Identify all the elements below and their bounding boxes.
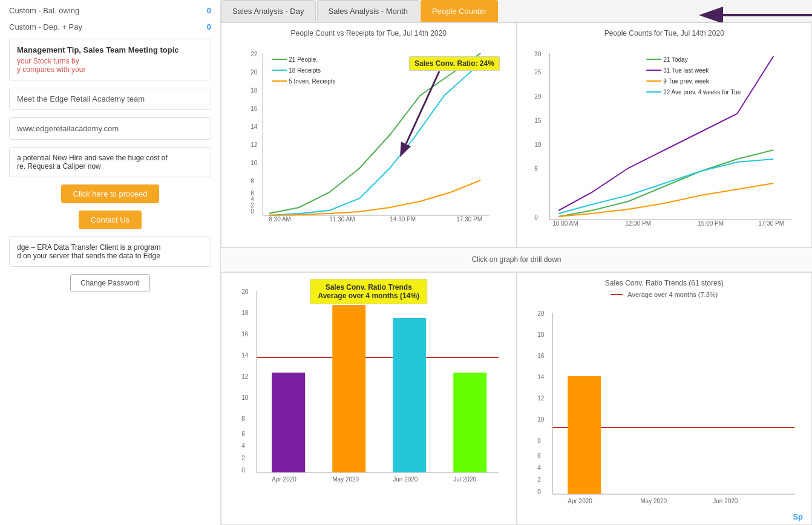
- chart-top-left[interactable]: People Count vs Receipts for Tue, Jul 14…: [221, 22, 517, 247]
- tooltip-text: Sales Conv. Ratio: 24%: [414, 59, 494, 68]
- svg-text:14: 14: [250, 123, 258, 130]
- svg-rect-65: [393, 318, 426, 472]
- svg-text:17:30 PM: 17:30 PM: [758, 220, 784, 227]
- svg-text:8: 8: [250, 178, 254, 184]
- svg-text:17:30 PM: 17:30 PM: [456, 216, 482, 223]
- svg-text:6: 6: [537, 452, 541, 459]
- svg-text:21 Today: 21 Today: [663, 56, 687, 63]
- svg-text:16: 16: [537, 353, 545, 359]
- custom-bal-row: Custom - Bal. owing 0: [9, 6, 211, 15]
- svg-text:Jul 2020: Jul 2020: [453, 476, 476, 483]
- svg-text:22: 22: [250, 51, 258, 57]
- svg-text:15:00 PM: 15:00 PM: [698, 220, 724, 227]
- sp-text: Sp: [793, 512, 803, 521]
- svg-text:8: 8: [241, 416, 245, 422]
- custom-dep-label: Custom - Dep. + Pay: [9, 22, 82, 31]
- svg-text:Apr 2020: Apr 2020: [568, 498, 592, 504]
- svg-text:10: 10: [534, 142, 542, 148]
- custom-bal-label: Custom - Bal. owing: [9, 6, 79, 15]
- chart-bottom-left[interactable]: Sales Conv. Ratio Trends Average over 4 …: [221, 272, 517, 525]
- era-text2: d on your server that sends the data to …: [17, 252, 203, 260]
- svg-text:0: 0: [250, 208, 254, 215]
- svg-text:6: 6: [241, 431, 245, 437]
- svg-text:18: 18: [241, 310, 249, 316]
- svg-text:25: 25: [534, 69, 542, 76]
- svg-rect-64: [332, 305, 365, 472]
- bottom-left-label-box: Sales Conv. Ratio Trends Average over 4 …: [310, 279, 427, 304]
- management-tip-title: Management Tip, Sales Team Meeting topic: [17, 45, 203, 54]
- svg-text:30: 30: [534, 51, 542, 57]
- svg-text:18 Receipts: 18 Receipts: [289, 67, 321, 74]
- svg-text:20: 20: [250, 69, 258, 76]
- management-tip-sub1: your Stock turns by: [17, 57, 203, 65]
- svg-text:May 2020: May 2020: [640, 498, 667, 504]
- website-text: www.edgeretailacademy.com: [17, 124, 119, 133]
- svg-text:11:30 AM: 11:30 AM: [329, 216, 355, 223]
- era-text1: dge – ERA Data Transfer Client is a prog…: [17, 243, 203, 252]
- svg-text:20: 20: [537, 310, 545, 317]
- svg-text:10: 10: [537, 416, 545, 423]
- svg-text:10: 10: [250, 160, 258, 166]
- svg-text:12:30 PM: 12:30 PM: [625, 220, 651, 227]
- tabs-bar: Sales Analysis - Day Sales Analysis - Mo…: [221, 0, 812, 22]
- management-tip-section: Management Tip, Sales Team Meeting topic…: [9, 39, 211, 80]
- svg-text:0: 0: [241, 467, 245, 474]
- management-tip-sub2: y compares with your: [17, 65, 203, 74]
- custom-dep-value: 0: [207, 22, 211, 31]
- chart-bottom-right-title: Sales Conv. Ratio Trends (61 stores): [523, 279, 806, 287]
- svg-text:16: 16: [241, 331, 249, 338]
- sidebar: Custom - Bal. owing 0 Custom - Dep. + Pa…: [0, 0, 221, 525]
- svg-text:15: 15: [534, 117, 542, 124]
- svg-text:31 Tue last week: 31 Tue last week: [663, 67, 709, 74]
- svg-text:10:00 AM: 10:00 AM: [552, 220, 578, 227]
- bottom-left-title: Sales Conv. Ratio Trends: [318, 283, 419, 292]
- chart-bottom-right[interactable]: Sales Conv. Ratio Trends (61 stores) Ave…: [517, 272, 813, 525]
- hire-section: a potential New Hire and save the huge c…: [9, 147, 211, 177]
- svg-text:2: 2: [537, 477, 541, 483]
- chart-label-bar: Click on graph for drill down: [221, 247, 812, 272]
- svg-text:22 Ave prev. 4 weeks for Tue: 22 Ave prev. 4 weeks for Tue: [663, 89, 741, 96]
- bottom-left-subtitle: Average over 4 months (14%): [318, 292, 419, 300]
- svg-text:9 Tue prev. week: 9 Tue prev. week: [663, 78, 709, 85]
- svg-text:14: 14: [537, 374, 545, 380]
- custom-dep-row: Custom - Dep. + Pay 0: [9, 22, 211, 31]
- chart-drill-label: Click on graph for drill down: [471, 255, 561, 264]
- chart-bottom-right-legend: Average over 4 months (7.3%): [523, 291, 806, 298]
- svg-text:12: 12: [537, 395, 545, 402]
- sp-link[interactable]: Sp: [793, 511, 803, 522]
- svg-text:2: 2: [241, 455, 245, 461]
- tooltip-sales-conv: Sales Conv. Ratio: 24%: [409, 56, 500, 71]
- svg-text:10: 10: [241, 394, 249, 401]
- chart-bottom-right-subtitle: Average over 4 months (7.3%): [627, 291, 718, 298]
- svg-text:0: 0: [537, 489, 541, 495]
- charts-area: People Count vs Receipts for Tue, Jul 14…: [221, 22, 812, 525]
- svg-rect-66: [453, 373, 486, 472]
- svg-rect-86: [568, 376, 601, 494]
- hire-text2: re. Request a Caliper now: [17, 162, 203, 171]
- tab-people-counter[interactable]: People Counter: [421, 0, 498, 22]
- svg-text:18: 18: [250, 87, 258, 94]
- svg-text:5: 5: [534, 166, 538, 172]
- website-link[interactable]: www.edgeretailacademy.com: [9, 117, 211, 140]
- svg-text:14: 14: [241, 352, 249, 359]
- chart-top-right[interactable]: People Counts for Tue, Jul 14th 2020 30 …: [517, 22, 813, 247]
- chart-top-left-title: People Count vs Receipts for Tue, Jul 14…: [228, 29, 510, 38]
- svg-text:12: 12: [241, 373, 249, 380]
- click-proceed-button[interactable]: Click here to proceed: [61, 184, 160, 203]
- hire-text1: a potential New Hire and save the huge c…: [17, 154, 203, 162]
- chart-bottom-left-svg: 20 18 16 14 12 10 8 6 4 2 0: [228, 279, 510, 484]
- svg-text:20: 20: [534, 93, 542, 100]
- svg-text:12: 12: [250, 142, 258, 148]
- meet-team-text: Meet the Edge Retail Academy team: [17, 94, 145, 103]
- svg-text:21 People.: 21 People.: [289, 56, 318, 63]
- svg-text:20: 20: [241, 289, 249, 295]
- svg-rect-63: [272, 373, 305, 472]
- svg-text:Jun 2020: Jun 2020: [393, 476, 418, 483]
- era-section: dge – ERA Data Transfer Client is a prog…: [9, 236, 211, 267]
- meet-team-link[interactable]: Meet the Edge Retail Academy team: [9, 88, 211, 110]
- tab-sales-day[interactable]: Sales Analysis - Day: [221, 0, 316, 22]
- svg-text:4: 4: [241, 443, 245, 449]
- change-password-button[interactable]: Change Password: [70, 274, 150, 292]
- tab-sales-month[interactable]: Sales Analysis - Month: [317, 0, 420, 22]
- contact-us-button[interactable]: Contact Us: [79, 210, 142, 229]
